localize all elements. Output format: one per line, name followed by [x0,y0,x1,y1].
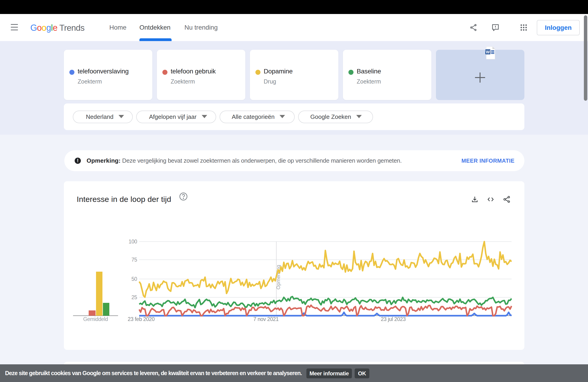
svg-text:75: 75 [131,257,137,263]
svg-text:Gemiddeld: Gemiddeld [83,316,108,322]
svg-text:7 nov 2021: 7 nov 2021 [253,316,279,322]
svg-text:W: W [486,50,490,54]
svg-text:25: 25 [131,294,137,300]
svg-text:23 feb 2020: 23 feb 2020 [128,316,155,322]
svg-text:23 jul 2023: 23 jul 2023 [381,316,406,322]
svg-text:100: 100 [129,239,137,245]
svg-text:50: 50 [131,276,137,282]
